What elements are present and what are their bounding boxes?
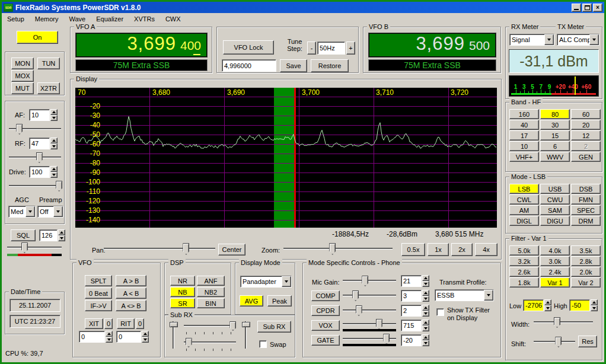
vox-button[interactable]: VOX	[311, 320, 340, 331]
comp-thumb[interactable]	[352, 290, 359, 301]
gate-button[interactable]: GATE	[311, 335, 340, 346]
memory-frequency-input[interactable]: 4,996000	[222, 59, 276, 72]
vfo-a-mhz[interactable]: 3,699	[127, 33, 176, 55]
dsp-button-sr[interactable]: SR	[170, 298, 195, 308]
filter-button-5.0k[interactable]: 5.0k	[509, 245, 539, 256]
sql-slider[interactable]	[7, 242, 62, 253]
save-button[interactable]: Save	[280, 59, 307, 72]
vfo-lock-button[interactable]: VFO Lock	[223, 40, 274, 55]
vfo-button-a-b[interactable]: A < B	[116, 288, 146, 299]
rf-down[interactable]	[50, 143, 58, 149]
display-mode-select[interactable]: Panadapter	[240, 276, 292, 288]
band-button-wwv[interactable]: WWV	[540, 152, 570, 162]
panadapter-spectrum[interactable]: 703,6803,6903,7003,7103,720-20-30-40-50-…	[75, 88, 497, 228]
sub-rx-right-fader[interactable]	[242, 321, 250, 349]
gate-slider[interactable]	[343, 334, 396, 344]
rit-button[interactable]: RIT	[117, 318, 135, 329]
dsp-button-nr[interactable]: NR	[170, 276, 195, 286]
avg-button[interactable]: AVG	[240, 295, 263, 306]
vox-slider[interactable]	[343, 319, 396, 330]
display-mode-dropdown-arrow[interactable]	[282, 276, 291, 287]
af-down[interactable]	[50, 115, 58, 121]
vfo-b-frequency[interactable]: 3,699 500	[368, 33, 496, 58]
vfo-button-a-b[interactable]: A <> B	[116, 300, 146, 311]
sql-up[interactable]	[58, 229, 65, 235]
tun-button[interactable]: TUN	[37, 58, 60, 69]
band-button-12[interactable]: 12	[571, 130, 601, 141]
xit-up[interactable]	[106, 331, 113, 337]
mic-down[interactable]	[422, 281, 429, 287]
sub-rx-gain-thumb[interactable]	[229, 321, 236, 331]
drive-stepper[interactable]: 100	[29, 166, 58, 178]
mode-button-cwl[interactable]: CWL	[509, 194, 539, 205]
rf-up[interactable]	[50, 138, 58, 143]
comp-down[interactable]	[422, 296, 429, 302]
filter-button-2.6k[interactable]: 2.6k	[509, 267, 539, 277]
filter-button-var-1[interactable]: Var 1	[540, 277, 570, 288]
mon-button[interactable]: MON	[11, 58, 34, 69]
mode-button-sam[interactable]: SAM	[540, 205, 570, 215]
mut-button[interactable]: MUT	[11, 82, 34, 94]
vfo-a-hz[interactable]: 400	[180, 39, 201, 53]
transmit-profile-select[interactable]: ESSB	[435, 289, 494, 301]
vox-down[interactable]	[422, 325, 429, 331]
filter-low-up[interactable]	[544, 299, 551, 305]
tx-meter-select[interactable]: ALC Comp	[557, 34, 599, 46]
gate-thumb[interactable]	[383, 334, 390, 344]
vfo-button-if-v[interactable]: IF->V	[85, 300, 112, 311]
band-button-6[interactable]: 6	[540, 141, 570, 151]
filter-button-3.5k[interactable]: 3.5k	[571, 245, 601, 256]
mode-button-lsb[interactable]: LSB	[509, 184, 539, 194]
tx-meter-dropdown-arrow[interactable]	[589, 34, 599, 45]
tune-step-value[interactable]: 50Hz	[317, 41, 345, 55]
x2tr-button[interactable]: X2TR	[37, 82, 60, 94]
mode-button-spec[interactable]: SPEC	[571, 205, 601, 215]
zoom-4x-button[interactable]: 4x	[475, 243, 497, 256]
gate-stepper[interactable]: -20	[401, 334, 429, 346]
menu-item-setup[interactable]: Setup	[2, 14, 30, 24]
filter-reset-button[interactable]: Res	[578, 336, 597, 347]
filter-button-2.8k[interactable]: 2.8k	[571, 256, 601, 266]
rf-slider-thumb[interactable]	[36, 152, 43, 163]
mode-button-cwu[interactable]: CWU	[540, 194, 570, 205]
filter-high-up[interactable]	[591, 299, 598, 305]
mode-button-am[interactable]: AM	[509, 205, 539, 215]
vox-up[interactable]	[422, 320, 429, 325]
af-up[interactable]	[50, 109, 58, 115]
power-on-button[interactable]: On	[17, 31, 58, 44]
filter-button-var-2[interactable]: Var 2	[571, 277, 601, 288]
rx-meter-dropdown-arrow[interactable]	[544, 34, 554, 45]
mox-button[interactable]: MOX	[11, 70, 34, 82]
agc-dropdown-arrow[interactable]	[25, 206, 35, 217]
gate-up[interactable]	[422, 334, 429, 340]
dsp-button-nb[interactable]: NB	[170, 287, 195, 297]
dsp-button-nb2[interactable]: NB2	[197, 287, 225, 297]
pan-slider[interactable]	[104, 243, 215, 255]
filter-high-stepper[interactable]: -50	[569, 299, 598, 311]
menu-item-xvtrs[interactable]: XVTRs	[129, 14, 160, 24]
filter-button-4.0k[interactable]: 4.0k	[540, 245, 570, 256]
preamp-dropdown-arrow[interactable]	[53, 206, 63, 217]
agc-select[interactable]: Med	[8, 206, 36, 218]
profile-dropdown-arrow[interactable]	[484, 290, 493, 301]
drive-slider[interactable]	[9, 181, 61, 191]
af-slider-thumb[interactable]	[16, 124, 23, 135]
mode-button-fmn[interactable]: FMN	[571, 194, 601, 205]
minimize-button[interactable]	[572, 4, 581, 12]
sub-rx-left-fader[interactable]	[170, 321, 178, 349]
comp-stepper[interactable]: 3	[401, 290, 429, 302]
vfo-button-splt[interactable]: SPLT	[85, 275, 112, 286]
vfo-b-mhz[interactable]: 3,699	[416, 33, 465, 55]
band-button-80[interactable]: 80	[540, 109, 570, 119]
zoom-slider-thumb[interactable]	[329, 243, 336, 255]
filter-low-down[interactable]	[544, 305, 551, 311]
sub-rx-right-fader-thumb[interactable]	[242, 322, 250, 327]
filter-width-thumb[interactable]	[554, 317, 560, 328]
rit-clear-button[interactable]: 0	[136, 318, 144, 329]
mic-gain-stepper[interactable]: 21	[401, 275, 429, 287]
filter-button-2.0k[interactable]: 2.0k	[571, 267, 601, 277]
rx-meter-select[interactable]: Signal	[509, 34, 554, 46]
mode-button-dsb[interactable]: DSB	[571, 184, 601, 194]
vfo-a-frequency[interactable]: 3,699 400	[75, 33, 208, 58]
cpdr-down[interactable]	[422, 311, 429, 317]
